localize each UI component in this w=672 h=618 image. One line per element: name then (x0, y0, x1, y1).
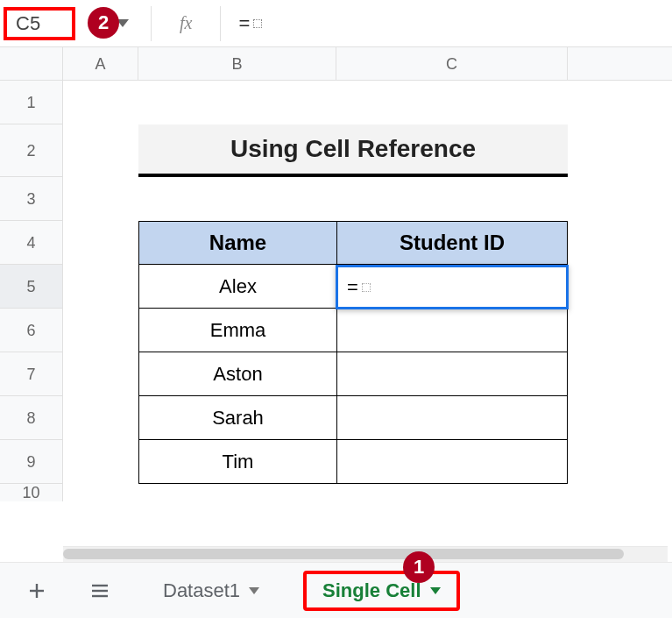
sheet-tab-bar: Dataset1 Single Cell (0, 562, 672, 618)
table-header-row: Name Student ID (138, 221, 568, 265)
column-header-A[interactable]: A (63, 47, 138, 80)
cell-id[interactable] (336, 396, 568, 440)
row-header-3[interactable]: 3 (0, 177, 62, 221)
row-header-8[interactable]: 8 (0, 396, 62, 440)
column-headers: A B C (0, 47, 672, 81)
name-box[interactable]: C5 (4, 7, 75, 40)
sheet-tab-single-cell[interactable]: Single Cell (303, 571, 459, 611)
divider (151, 6, 152, 41)
select-all-corner[interactable] (0, 47, 63, 80)
header-id[interactable]: Student ID (336, 221, 568, 265)
chevron-down-icon (430, 585, 441, 597)
row-header-7[interactable]: 7 (0, 352, 62, 396)
row-headers: 1 2 3 4 5 6 7 8 9 10 (0, 81, 63, 501)
name-box-value: C5 (16, 12, 40, 35)
horizontal-scrollbar[interactable] (63, 546, 668, 562)
row-header-2[interactable]: 2 (0, 124, 62, 177)
svg-marker-9 (430, 587, 441, 594)
cell-name[interactable]: Emma (138, 309, 336, 352)
cell-id[interactable] (336, 352, 568, 396)
callout-1: 1 (403, 551, 435, 583)
column-header-B[interactable]: B (138, 47, 336, 80)
add-sheet-button[interactable] (18, 572, 56, 610)
header-name[interactable]: Name (138, 221, 336, 265)
row-header-10[interactable]: 10 (0, 484, 62, 501)
scrollbar-thumb[interactable] (63, 549, 624, 559)
svg-marker-8 (249, 587, 259, 594)
sheet-area: A B C 1 2 3 4 5 6 7 8 9 10 Using Cell Re… (0, 47, 672, 556)
row-header-5[interactable]: 5 (0, 265, 62, 309)
table-row: Emma (138, 309, 568, 352)
chevron-down-icon (249, 585, 259, 597)
formula-cursor-icon (253, 19, 262, 28)
rows-wrap: 1 2 3 4 5 6 7 8 9 10 Using Cell Referenc… (0, 81, 672, 501)
column-header-C[interactable]: C (336, 47, 568, 80)
table-row: Aston (138, 352, 568, 396)
sheet-tab-label: Single Cell (322, 579, 421, 602)
cell-name[interactable]: Sarah (138, 396, 336, 440)
data-table: Name Student ID Alex Emma Aston Sarah (138, 221, 568, 484)
row-header-6[interactable]: 6 (0, 309, 62, 352)
active-cell-value: = (347, 276, 358, 299)
formula-input[interactable]: = (231, 0, 672, 46)
all-sheets-button[interactable] (81, 572, 119, 610)
divider (220, 6, 221, 41)
table-row: Tim (138, 440, 568, 484)
row-header-1[interactable]: 1 (0, 81, 62, 124)
cell-name[interactable]: Tim (138, 440, 336, 484)
cell-name[interactable]: Aston (138, 352, 336, 396)
active-cell-C5[interactable]: = (336, 265, 569, 309)
cell-name[interactable]: Alex (138, 265, 336, 309)
title-cell[interactable]: Using Cell Reference (138, 124, 568, 177)
sheet-tab-dataset1[interactable]: Dataset1 (144, 571, 279, 611)
formula-input-value: = (238, 12, 250, 35)
cell-id[interactable] (336, 440, 568, 484)
row-header-4[interactable]: 4 (0, 221, 62, 265)
fx-label: fx (162, 13, 209, 33)
row-header-9[interactable]: 9 (0, 440, 62, 484)
cell-id[interactable] (336, 309, 568, 352)
sheet-tab-label: Dataset1 (163, 579, 240, 602)
table-row: Sarah (138, 396, 568, 440)
callout-2: 2 (88, 7, 119, 39)
grid[interactable]: Using Cell Reference Name Student ID Ale… (63, 81, 672, 501)
cursor-icon (362, 283, 371, 292)
